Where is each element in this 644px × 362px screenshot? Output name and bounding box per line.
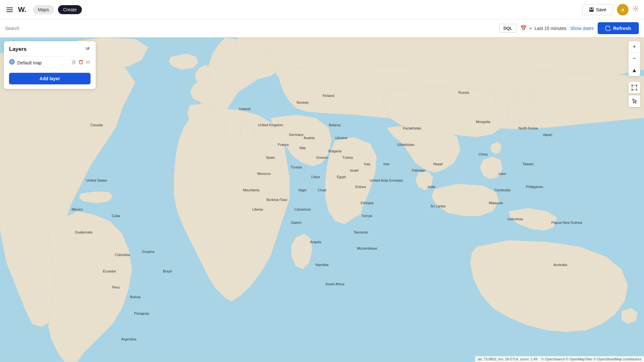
svg-rect-4 bbox=[591, 8, 592, 9]
logo: W. bbox=[18, 5, 26, 14]
svg-rect-0 bbox=[6, 7, 13, 8]
layer-delete-button[interactable] bbox=[78, 60, 83, 66]
search-input[interactable] bbox=[5, 26, 495, 31]
layers-header: Layers bbox=[4, 41, 96, 56]
map-container[interactable]: CanadaUnited StatesMexicoCubaGuatemalaCo… bbox=[0, 37, 644, 362]
map-zoom-controls: + − ▲ bbox=[629, 41, 640, 76]
map-coordinates: lat: 73.8802, lon: 26.5714, zoom: 1.49 bbox=[478, 357, 537, 361]
nav-create-button[interactable]: Create bbox=[58, 5, 82, 14]
map-selection-controls bbox=[629, 82, 640, 107]
topbar-right: Save a bbox=[582, 4, 639, 15]
layer-item-default-map: Default map bbox=[4, 56, 96, 70]
hamburger-button[interactable] bbox=[5, 5, 14, 14]
world-map bbox=[0, 37, 644, 362]
save-icon bbox=[589, 7, 594, 12]
avatar[interactable]: a bbox=[617, 4, 629, 15]
svg-point-16 bbox=[636, 85, 637, 86]
svg-point-15 bbox=[631, 85, 633, 86]
layer-unlink-button[interactable] bbox=[71, 60, 76, 66]
select-region-button[interactable] bbox=[629, 82, 640, 93]
searchbar: DQL 📅 Last 15 minutes Show dates Refresh bbox=[0, 19, 644, 37]
svg-marker-19 bbox=[633, 99, 637, 103]
save-button[interactable]: Save bbox=[582, 4, 613, 15]
svg-point-17 bbox=[631, 89, 633, 90]
date-filter[interactable]: 📅 Last 15 minutes bbox=[520, 25, 566, 31]
refresh-button[interactable]: Refresh bbox=[598, 22, 639, 34]
settings-button[interactable] bbox=[632, 5, 639, 14]
layers-panel: Layers Default map bbox=[4, 41, 96, 89]
globe-icon bbox=[9, 59, 15, 66]
settings-icon bbox=[632, 5, 639, 12]
chevron-down-icon bbox=[529, 26, 533, 30]
zoom-in-button[interactable]: + bbox=[629, 41, 640, 53]
layers-title: Layers bbox=[9, 46, 27, 52]
svg-rect-5 bbox=[590, 10, 593, 11]
layer-actions bbox=[71, 60, 91, 66]
svg-line-20 bbox=[635, 101, 636, 104]
map-attribution: © OpenSearch © OpenMapTiles © OpenStreet… bbox=[541, 357, 641, 361]
calendar-icon: 📅 bbox=[520, 25, 527, 31]
date-range-label: Last 15 minutes bbox=[534, 26, 566, 31]
layer-drag-button[interactable] bbox=[85, 60, 91, 66]
nav-maps-button[interactable]: Maps bbox=[33, 5, 54, 14]
svg-point-18 bbox=[636, 89, 637, 90]
show-dates-button[interactable]: Show dates bbox=[570, 26, 594, 31]
layers-collapse-button[interactable] bbox=[85, 46, 91, 53]
svg-rect-2 bbox=[6, 11, 13, 12]
select-points-button[interactable] bbox=[629, 95, 640, 107]
select-region-icon bbox=[631, 84, 638, 91]
map-status-attribution: lat: 73.8802, lon: 26.5714, zoom: 1.49 ©… bbox=[475, 356, 644, 362]
add-layer-button[interactable]: Add layer bbox=[9, 73, 91, 84]
topbar: W. Maps Create Save a bbox=[0, 0, 644, 19]
collapse-icon bbox=[85, 46, 91, 52]
dql-button[interactable]: DQL bbox=[499, 24, 516, 33]
svg-rect-14 bbox=[632, 85, 637, 90]
svg-rect-1 bbox=[6, 9, 13, 10]
select-points-icon bbox=[631, 98, 638, 104]
north-button[interactable]: ▲ bbox=[629, 64, 640, 76]
svg-point-6 bbox=[635, 8, 637, 10]
zoom-out-button[interactable]: − bbox=[629, 53, 640, 64]
refresh-icon bbox=[605, 26, 610, 31]
layer-name-label: Default map bbox=[17, 60, 69, 65]
